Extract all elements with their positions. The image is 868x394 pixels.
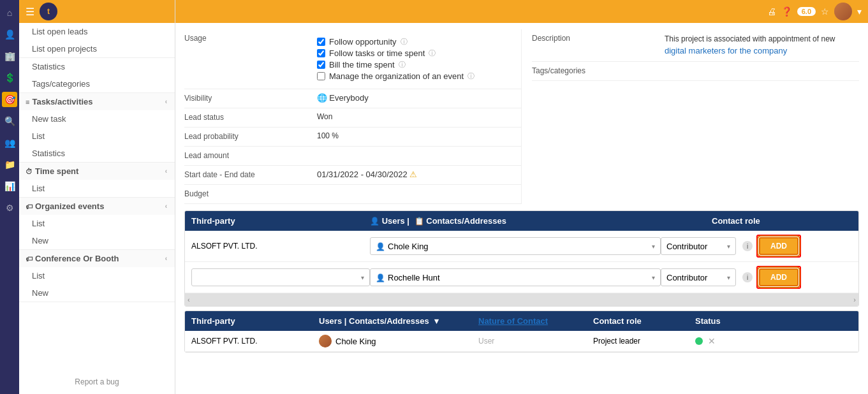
sidebar-item-conference-new[interactable]: New — [19, 284, 175, 302]
add-button-2[interactable]: ADD — [759, 268, 798, 286]
icon-folder[interactable]: 📁 — [2, 157, 17, 172]
form-top: Usage Follow opportunity ⓘ Follow tasks … — [184, 29, 859, 204]
tasks-icon: ≡ — [26, 98, 29, 106]
help-icon[interactable]: ❓ — [781, 6, 792, 17]
row2-user-select[interactable]: 👤Rochelle Hunt ▾ — [370, 268, 661, 286]
sidebar-header-conference[interactable]: 🏷Conference Or Booth ‹ — [19, 250, 175, 267]
checkbox-follow-opportunity[interactable]: Follow opportunity ⓘ — [317, 37, 516, 47]
checkbox-bill-time[interactable]: Bill the time spent ⓘ — [317, 60, 516, 69]
row2-role-actions: Contributor ▾ i ADD — [661, 266, 801, 289]
checkbox-group: Follow opportunity ⓘ Follow tasks or tim… — [317, 33, 516, 85]
info-icon-1[interactable]: ⓘ — [401, 37, 408, 47]
print-icon[interactable]: 🖨 — [767, 6, 776, 17]
third-party-select-2[interactable]: ▾ — [191, 268, 370, 286]
icon-chart[interactable]: 📊 — [2, 179, 17, 194]
nature-of-contact-link[interactable]: Nature of Contact — [478, 316, 548, 326]
sidebar-item-list-open-leads[interactable]: List open leads — [19, 23, 175, 40]
icon-target[interactable]: 🎯 — [2, 92, 17, 107]
sidebar-header-organizedevents[interactable]: 🏷Organized events ‹ — [19, 198, 175, 215]
third-party-arrow-2: ▾ — [361, 274, 364, 281]
star-icon[interactable]: ☆ — [821, 6, 829, 17]
description-row: Description This project is associated w… — [532, 29, 859, 62]
col-third-party: Third-party — [191, 216, 370, 226]
sidebar-header-tasks[interactable]: ≡Tasks/activities ‹ — [19, 93, 175, 110]
sidebar-item-conference-list[interactable]: List — [19, 267, 175, 284]
sidebar-item-tags[interactable]: Tags/categories — [19, 75, 175, 92]
sort-icon[interactable]: ▾ — [434, 316, 439, 326]
lead-probability-row: Lead probability 100 % — [184, 128, 521, 147]
content-area: Usage Follow opportunity ⓘ Follow tasks … — [175, 23, 868, 394]
sidebar-item-timespent-list[interactable]: List — [19, 180, 175, 197]
info-icon-4[interactable]: ⓘ — [467, 71, 474, 81]
role-select-1[interactable]: Contributor ▾ — [661, 237, 736, 255]
form-left-col: Usage Follow opportunity ⓘ Follow tasks … — [184, 29, 522, 204]
description-value: This project is associated with appointm… — [659, 29, 859, 61]
usage-value: Follow opportunity ⓘ Follow tasks or tim… — [312, 29, 521, 89]
icon-person[interactable]: 👤 — [2, 27, 17, 42]
version-badge: 6.0 — [797, 7, 816, 16]
user-select-2[interactable]: 👤Rochelle Hunt ▾ — [370, 268, 661, 286]
scroll-left[interactable]: ‹ — [188, 296, 190, 303]
icon-user2[interactable]: 👥 — [2, 135, 17, 150]
sidebar-section-timespent: ⏱Time spent ‹ List — [19, 163, 175, 198]
report-bug-link[interactable]: Report a bug — [19, 370, 175, 394]
checkbox-manage-event[interactable]: Manage the organization of an event ⓘ — [317, 71, 516, 81]
timespent-icon: ⏱ — [26, 168, 33, 175]
add-button-1[interactable]: ADD — [759, 237, 798, 255]
icon-settings[interactable]: ⚙ — [2, 200, 17, 215]
sidebar-item-events-list[interactable]: List — [19, 215, 175, 232]
row1-user-select[interactable]: 👤Chole King ▾ — [370, 237, 661, 255]
contacts-table-header: Third-party 👤 Users | 📋 Contacts/Address… — [185, 211, 858, 231]
icon-building[interactable]: 🏢 — [2, 48, 17, 64]
scroll-right[interactable]: › — [853, 296, 856, 303]
description-link[interactable]: digital marketers for the company — [665, 46, 787, 55]
sidebar-item-list-open-projects[interactable]: List open projects — [19, 40, 175, 57]
delete-row1-btn[interactable]: ✕ — [708, 336, 716, 346]
info-icon-2[interactable]: ⓘ — [429, 48, 436, 58]
sidebar-header-timespent[interactable]: ⏱Time spent ‹ — [19, 163, 175, 180]
avatar-dropdown-icon[interactable]: ▾ — [857, 6, 862, 17]
sidebar-header: ☰ t — [19, 0, 175, 23]
role-arrow-1: ▾ — [727, 243, 730, 250]
usage-label: Usage — [184, 29, 312, 47]
info-icon-3[interactable]: ⓘ — [399, 60, 406, 69]
hamburger-menu[interactable]: ☰ — [26, 6, 34, 18]
user-avatar-row1 — [319, 335, 332, 347]
contacts-edit-table: Third-party 👤 Users | 📋 Contacts/Address… — [184, 210, 859, 307]
role-arrow-2: ▾ — [727, 274, 730, 281]
chevron-conference: ‹ — [165, 255, 167, 262]
globe-icon: 🌐 — [317, 93, 327, 103]
budget-value — [312, 185, 521, 193]
sidebar-section-leads: List open leads List open projects — [19, 23, 175, 58]
add-btn-wrap-1: ADD — [756, 235, 801, 258]
warning-icon: ⚠ — [409, 170, 417, 179]
lead-status-row: Lead status Won — [184, 108, 521, 128]
col-contact-role: Contact role — [712, 216, 852, 226]
sidebar-item-new-task[interactable]: New task — [19, 110, 175, 128]
sidebar-item-statistics[interactable]: Statistics — [19, 58, 175, 75]
sidebar-item-events-new[interactable]: New — [19, 232, 175, 249]
sidebar-section-tasks: ≡Tasks/activities ‹ New task List Statis… — [19, 93, 175, 163]
role-select-2[interactable]: Contributor ▾ — [661, 268, 736, 286]
select-arrow-1: ▾ — [652, 243, 655, 250]
icon-dollar[interactable]: 💲 — [2, 70, 17, 85]
user-select-1[interactable]: 👤Chole King ▾ — [370, 237, 661, 255]
icon-home[interactable]: ⌂ — [2, 5, 17, 20]
sidebar-item-task-list[interactable]: List — [19, 128, 175, 145]
users-icon-header: 👤 — [370, 217, 379, 226]
lead-amount-row: Lead amount — [184, 147, 521, 166]
role-info-2[interactable]: i — [742, 272, 753, 282]
summary-col-users: Users | Contacts/Addresses ▾ — [319, 316, 478, 326]
dates-label: Start date - End date — [184, 166, 312, 183]
row2-third-party-select[interactable]: ▾ — [191, 268, 370, 286]
role-info-1[interactable]: i — [742, 241, 753, 251]
contact-edit-row-2: ▾ 👤Rochelle Hunt ▾ Contributor ▾ i — [185, 262, 858, 293]
summary-row1-contact-role: Project leader — [593, 337, 695, 346]
icon-search[interactable]: 🔍 — [2, 113, 17, 129]
summary-col-status: Status — [695, 316, 759, 326]
avatar[interactable] — [834, 3, 852, 20]
scroll-bar: ‹ › — [185, 293, 858, 306]
checkbox-follow-tasks[interactable]: Follow tasks or time spent ⓘ — [317, 48, 516, 58]
contact-edit-row-1: ALSOFT PVT. LTD. 👤Chole King ▾ Contribut… — [185, 231, 858, 262]
sidebar-item-task-statistics[interactable]: Statistics — [19, 145, 175, 162]
